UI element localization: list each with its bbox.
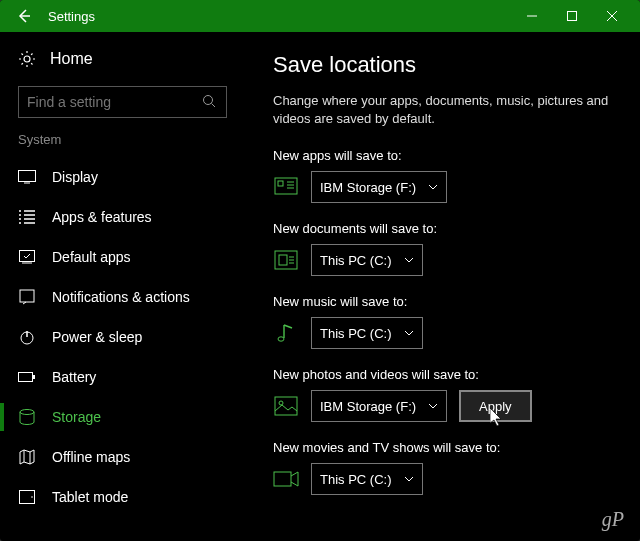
settings-window: Settings Home System: [0, 0, 640, 541]
svg-point-9: [20, 410, 34, 415]
sidebar-item-offline-maps[interactable]: Offline maps: [0, 437, 245, 477]
sidebar: Home System Display Apps & features: [0, 32, 245, 541]
display-icon: [18, 168, 36, 186]
chevron-down-icon: [404, 257, 414, 263]
map-icon: [18, 448, 36, 466]
gear-icon: [18, 50, 36, 68]
back-button[interactable]: [8, 0, 40, 32]
dropdown-value: This PC (C:): [320, 253, 392, 268]
maximize-icon: [567, 11, 577, 21]
setting-photos: New photos and videos will save to: IBM …: [273, 367, 620, 422]
setting-label: New movies and TV shows will save to:: [273, 440, 620, 455]
dropdown-value: IBM Storage (F:): [320, 399, 416, 414]
sidebar-item-label: Tablet mode: [52, 489, 128, 505]
sidebar-item-display[interactable]: Display: [0, 157, 245, 197]
dropdown-value: IBM Storage (F:): [320, 180, 416, 195]
sidebar-item-label: Default apps: [52, 249, 131, 265]
setting-label: New documents will save to:: [273, 221, 620, 236]
minimize-icon: [527, 11, 537, 21]
setting-movies: New movies and TV shows will save to: Th…: [273, 440, 620, 495]
search-input[interactable]: [27, 94, 202, 110]
search-icon: [202, 94, 218, 110]
sidebar-item-notifications[interactable]: Notifications & actions: [0, 277, 245, 317]
apply-label: Apply: [479, 399, 512, 414]
svg-point-16: [278, 337, 284, 341]
sidebar-item-label: Offline maps: [52, 449, 130, 465]
close-icon: [607, 11, 617, 21]
close-button[interactable]: [592, 0, 632, 32]
documents-icon: [273, 249, 299, 271]
chevron-down-icon: [404, 476, 414, 482]
dropdown-value: This PC (C:): [320, 326, 392, 341]
svg-rect-13: [278, 181, 283, 186]
svg-rect-0: [568, 12, 577, 21]
search-box[interactable]: [18, 86, 227, 118]
arrow-left-icon: [16, 8, 32, 24]
music-location-dropdown[interactable]: This PC (C:): [311, 317, 423, 349]
tablet-icon: [18, 488, 36, 506]
apps-icon: [273, 176, 299, 198]
maximize-button[interactable]: [552, 0, 592, 32]
home-label: Home: [50, 50, 93, 68]
svg-rect-5: [20, 290, 34, 302]
sidebar-item-label: Battery: [52, 369, 96, 385]
sidebar-item-battery[interactable]: Battery: [0, 357, 245, 397]
setting-music: New music will save to: This PC (C:): [273, 294, 620, 349]
main-area: Home System Display Apps & features: [0, 32, 640, 541]
chevron-down-icon: [428, 184, 438, 190]
setting-apps: New apps will save to: IBM Storage (F:): [273, 148, 620, 203]
sidebar-item-apps[interactable]: Apps & features: [0, 197, 245, 237]
sidebar-item-label: Notifications & actions: [52, 289, 190, 305]
documents-location-dropdown[interactable]: This PC (C:): [311, 244, 423, 276]
svg-rect-8: [33, 375, 35, 379]
svg-point-18: [279, 401, 283, 405]
music-icon: [273, 322, 299, 344]
movies-icon: [273, 468, 299, 490]
window-controls: [512, 0, 632, 32]
setting-label: New music will save to:: [273, 294, 620, 309]
section-label: System: [0, 132, 245, 157]
titlebar: Settings: [0, 0, 640, 32]
photos-location-dropdown[interactable]: IBM Storage (F:): [311, 390, 447, 422]
movies-location-dropdown[interactable]: This PC (C:): [311, 463, 423, 495]
chevron-down-icon: [428, 403, 438, 409]
notifications-icon: [18, 288, 36, 306]
svg-point-11: [31, 496, 33, 498]
svg-rect-3: [19, 171, 36, 182]
svg-rect-17: [275, 397, 297, 415]
sidebar-item-label: Storage: [52, 409, 101, 425]
page-description: Change where your apps, documents, music…: [273, 92, 620, 128]
content-area: Save locations Change where your apps, d…: [245, 32, 640, 541]
svg-rect-15: [279, 255, 287, 265]
setting-label: New apps will save to:: [273, 148, 620, 163]
battery-icon: [18, 368, 36, 386]
sidebar-item-label: Power & sleep: [52, 329, 142, 345]
svg-point-2: [204, 96, 213, 105]
sidebar-item-tablet-mode[interactable]: Tablet mode: [0, 477, 245, 517]
svg-rect-4: [20, 251, 35, 262]
apply-button[interactable]: Apply: [459, 390, 532, 422]
chevron-down-icon: [404, 330, 414, 336]
apps-location-dropdown[interactable]: IBM Storage (F:): [311, 171, 447, 203]
power-icon: [18, 328, 36, 346]
window-title: Settings: [48, 9, 512, 24]
minimize-button[interactable]: [512, 0, 552, 32]
sidebar-item-storage[interactable]: Storage: [0, 397, 245, 437]
sidebar-item-default-apps[interactable]: Default apps: [0, 237, 245, 277]
page-title: Save locations: [273, 52, 620, 78]
default-apps-icon: [18, 248, 36, 266]
watermark: gP: [602, 508, 624, 531]
sidebar-item-label: Apps & features: [52, 209, 152, 225]
list-icon: [18, 208, 36, 226]
storage-icon: [18, 408, 36, 426]
nav-list: Display Apps & features Default apps Not…: [0, 157, 245, 517]
setting-label: New photos and videos will save to:: [273, 367, 620, 382]
sidebar-home[interactable]: Home: [0, 50, 245, 80]
photos-icon: [273, 395, 299, 417]
sidebar-item-label: Display: [52, 169, 98, 185]
svg-rect-19: [274, 472, 291, 486]
setting-documents: New documents will save to: This PC (C:): [273, 221, 620, 276]
svg-rect-7: [19, 373, 33, 382]
dropdown-value: This PC (C:): [320, 472, 392, 487]
sidebar-item-power[interactable]: Power & sleep: [0, 317, 245, 357]
